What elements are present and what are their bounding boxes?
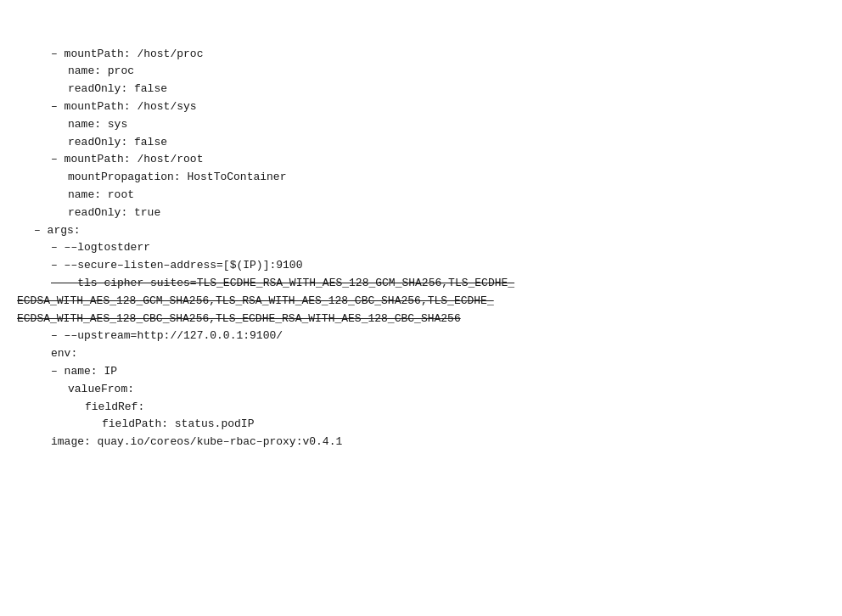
code-line: fieldPath: status.podIP: [17, 416, 825, 434]
code-line: – name: IP: [17, 363, 825, 381]
code-line: name: proc: [17, 63, 825, 81]
code-line: fieldRef:: [17, 399, 825, 417]
code-line: ECDSA_WITH_AES_128_CBC_SHA256,TLS_ECDHE_…: [17, 311, 825, 328]
code-line: image: quay.io/coreos/kube–rbac–proxy:v0…: [17, 434, 825, 451]
code-line: readOnly: true: [17, 204, 825, 222]
code-line: valueFrom:: [17, 381, 825, 399]
code-line: – mountPath: /host/root: [17, 151, 825, 169]
code-line: name: root: [17, 187, 825, 204]
code-line: name: sys: [17, 116, 825, 134]
code-line: – ––tls–cipher–suites=TLS_ECDHE_RSA_WITH…: [17, 275, 825, 293]
code-line: mountPropagation: HostToContainer: [17, 169, 825, 187]
code-view: – mountPath: /host/procname: procreadOnl…: [0, 0, 842, 479]
code-line: – ––secure–listen–address=[$(IP)]:9100: [17, 257, 825, 275]
code-line: readOnly: false: [17, 134, 825, 152]
code-line: – ––logtostderr: [17, 239, 825, 257]
code-line: – ––upstream=http://127.0.0.1:9100/: [17, 328, 825, 345]
code-line: readOnly: false: [17, 81, 825, 98]
code-line: ECDSA_WITH_AES_128_GCM_SHA256,TLS_RSA_WI…: [17, 293, 825, 311]
code-line: – mountPath: /host/proc: [17, 46, 825, 64]
code-line: env:: [17, 345, 825, 363]
code-line: – args:: [17, 222, 825, 240]
code-line: – mountPath: /host/sys: [17, 98, 825, 116]
